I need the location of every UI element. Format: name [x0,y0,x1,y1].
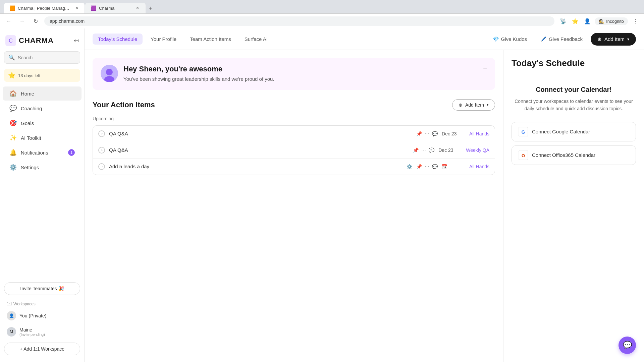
action-icons-1: 📌 ⋯ 💬 [416,131,438,136]
pin-icon-3[interactable]: 📌 [416,164,422,169]
tab-todays-schedule[interactable]: Today's Schedule [93,34,143,45]
profile-button[interactable]: 👤 [583,16,592,26]
chevron-down-outline-icon: ▾ [487,103,489,107]
add-item-button[interactable]: ⊕ Add Item ▾ [591,33,636,46]
menu-button[interactable]: ⋮ [631,16,640,26]
tab-title-2: Charma [99,6,114,11]
browser-actions: 📡 ⭐ 👤 🕵️ Incognito ⋮ [558,16,640,26]
action-items-table: ○ QA Q&A 📌 ⋯ 💬 Dec 23 All Hands ○ QA [93,125,495,175]
action-date-2: Dec 23 [438,147,462,153]
action-title-1: QA Q&A [109,131,412,136]
workspace-private[interactable]: 👤 You (Private) [0,308,84,324]
action-icons-2: 📌 ⋯ 💬 [413,147,434,153]
action-date-3: 📅 [442,164,465,169]
tab-favicon: 🟧 [9,5,15,11]
kudos-card: Hey Sheen, you're awesome You've been sh… [93,58,495,90]
new-tab-button[interactable]: + [146,4,155,13]
add-item-label: Add Item [604,36,625,42]
notifications-badge: 1 [68,149,75,156]
give-feedback-button[interactable]: 🖊️ Give Feedback [535,34,588,45]
svg-point-3 [106,69,113,75]
cast-button[interactable]: 📡 [558,16,568,26]
more-icon-1[interactable]: ⋯ [425,131,429,136]
comment-icon-3[interactable]: 💬 [432,164,438,169]
search-box[interactable]: 🔍 [4,51,80,64]
kudos-text: You've been showing great leadership ski… [123,75,478,83]
add-workspace-button[interactable]: + Add 1:1 Workspace [4,343,80,355]
sidebar-item-settings[interactable]: ⚙️ Settings [3,160,82,174]
pin-icon-1[interactable]: 📌 [416,131,422,136]
tab-close-1[interactable]: ✕ [74,5,79,11]
sidebar-collapse-button[interactable]: ↤ [74,37,79,44]
workspaces-label: 1:1 Workspaces [0,299,84,308]
sidebar-item-label-ai-toolkit: AI Toolkit [21,135,41,141]
sidebar-item-home[interactable]: 🏠 Home [3,86,82,101]
kudos-minimize-button[interactable]: − [483,65,487,71]
svg-text:C: C [9,38,13,44]
forward-button[interactable]: → [17,16,27,26]
workspace-info-maine: Maine (Invite pending) [19,327,45,337]
action-check-3[interactable]: ○ [98,163,105,170]
address-bar-row: ← → ↻ 📡 ⭐ 👤 🕵️ Incognito ⋮ [0,13,644,28]
sidebar-item-goals[interactable]: 🎯 Goals [3,116,82,130]
workspace-name-maine: Maine [19,327,45,333]
connect-office365-calendar-button[interactable]: O Connect Office365 Calendar [512,145,636,165]
sidebar-item-label-home: Home [21,91,34,97]
calendar-connect-title: Connect your Calendar! [512,86,636,94]
sidebar-item-notifications[interactable]: 🔔 Notifications 1 [3,145,82,160]
pin-icon-2[interactable]: 📌 [413,147,419,153]
logo-icon: C [5,35,16,46]
more-icon-3[interactable]: ⋯ [425,164,429,169]
action-tag-2[interactable]: Weekly QA [466,147,489,153]
diamond-icon: 💎 [493,36,499,42]
action-check-1[interactable]: ○ [98,130,105,137]
chat-fab-button[interactable]: 💬 [619,337,636,354]
action-tag-1[interactable]: All Hands [469,131,489,136]
workspace-avatar-private: 👤 [7,311,16,320]
incognito-badge: 🕵️ Incognito [595,17,628,25]
sidebar-header: C CHARMA ↤ [0,33,84,51]
plus-outline-icon: ⊕ [459,102,463,108]
sidebar: C CHARMA ↤ 🔍 ⭐ 13 days left 🏠 Home 💬 Coa… [0,28,85,362]
sidebar-item-label-goals: Goals [21,120,34,126]
trial-icon: ⭐ [8,72,15,79]
give-kudos-button[interactable]: 💎 Give Kudos [487,34,533,45]
tab-2[interactable]: 🟪 Charma ✕ [85,3,146,13]
workspace-maine[interactable]: M Maine (Invite pending) [0,324,84,340]
give-feedback-label: Give Feedback [549,36,583,42]
office365-calendar-label: Connect Office365 Calendar [532,152,595,158]
office365-icon: O [519,150,528,160]
action-tag-3[interactable]: All Hands [469,164,489,169]
action-check-2[interactable]: ○ [98,147,105,154]
sidebar-item-ai-toolkit[interactable]: ✨ AI Toolkit [3,131,82,145]
incognito-label: Incognito [606,19,624,24]
comment-icon-2[interactable]: 💬 [429,147,434,153]
search-input[interactable] [18,55,76,60]
tab-surface-ai[interactable]: Surface AI [239,34,273,45]
workspace-title: You (Private) [19,313,46,318]
kudos-title: Hey Sheen, you're awesome [123,65,478,73]
bookmark-button[interactable]: ⭐ [571,16,580,26]
add-item-outline-label: Add Item [465,102,484,108]
tab-1[interactable]: 🟧 Charma | People Management ... ✕ [4,3,85,13]
comment-icon-1[interactable]: 💬 [432,131,438,136]
workspace-sub-maine: (Invite pending) [19,333,45,337]
tab-your-profile[interactable]: Your Profile [145,34,182,45]
tab-team-action-items[interactable]: Team Action Items [184,34,236,45]
back-button[interactable]: ← [4,16,13,26]
reload-button[interactable]: ↻ [31,16,40,26]
sidebar-item-label-notifications: Notifications [21,150,48,156]
app-container: C CHARMA ↤ 🔍 ⭐ 13 days left 🏠 Home 💬 Coa… [0,28,644,362]
calendar-connect-section: Connect your Calendar! Connect your work… [512,79,636,176]
sidebar-item-coaching[interactable]: 💬 Coaching [3,101,82,115]
tab-favicon-2: 🟪 [91,5,96,11]
table-row: ○ QA Q&A 📌 ⋯ 💬 Dec 23 All Hands [93,126,495,142]
connect-google-calendar-button[interactable]: G Connect Google Calendar [512,122,636,141]
address-input[interactable] [44,16,554,26]
svg-text:O: O [522,153,525,158]
more-icon-2[interactable]: ⋯ [421,147,426,153]
invite-teammates-button[interactable]: Invite Teammates 🎉 [4,282,80,295]
tab-close-2[interactable]: ✕ [135,5,140,11]
add-item-outline-button[interactable]: ⊕ Add Item ▾ [452,99,495,111]
kudos-avatar [101,65,118,82]
